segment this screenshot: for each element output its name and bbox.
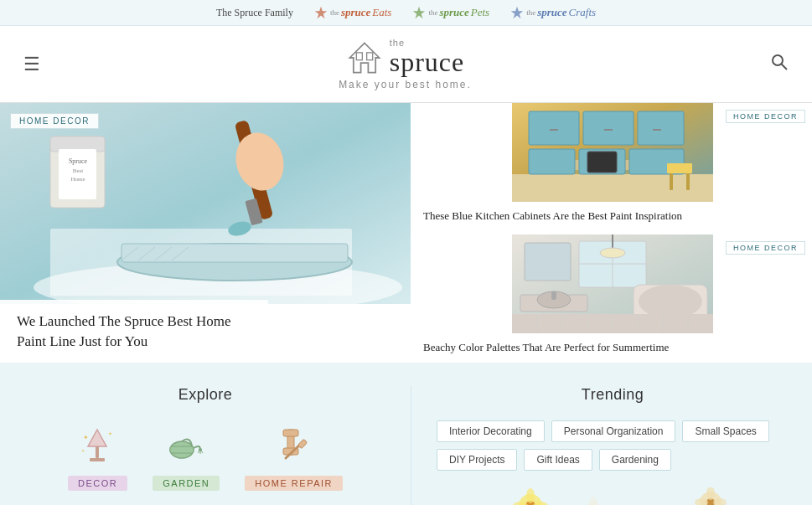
svg-marker-0 xyxy=(315,7,327,18)
svg-text:✦: ✦ xyxy=(83,434,89,441)
svg-rect-30 xyxy=(529,111,579,145)
hero-kitchen-image: HOME DECOR xyxy=(413,103,812,202)
hero-card1-caption: These Blue Kitchen Cabinets Are the Best… xyxy=(413,202,812,232)
svg-text:Best: Best xyxy=(73,167,84,174)
header: ☰ the spruce Make your best home. xyxy=(0,26,812,103)
svg-rect-37 xyxy=(529,149,575,174)
svg-marker-1 xyxy=(413,7,425,18)
tag-small-spaces[interactable]: Small Spaces xyxy=(682,420,768,442)
svg-line-73 xyxy=(198,451,199,453)
svg-text:✦: ✦ xyxy=(81,449,85,453)
decor-icon-wrap: ✦ ✦ ✦ xyxy=(69,420,127,471)
trending-section: Trending Interior Decorating Personal Or… xyxy=(411,386,789,505)
tag-personal-organization[interactable]: Personal Organization xyxy=(551,420,676,442)
homerepair-icon xyxy=(271,423,317,469)
svg-point-105 xyxy=(526,488,535,503)
spruce-pets-link[interactable]: the spruce Pets xyxy=(411,5,489,20)
svg-marker-2 xyxy=(511,7,523,18)
hero-main-caption: We Launched The Spruce Best Home Paint L… xyxy=(0,300,268,363)
hero-side-cards: HOME DECOR These Blue Kitchen Cabinets A… xyxy=(411,103,812,363)
flowers-illustration: 头条 @Myhome设计家 xyxy=(437,487,789,505)
hero-card1-title: These Blue Kitchen Cabinets Are the Best… xyxy=(423,209,682,222)
hero-section: Spruce Best Home HOME DECOR xyxy=(0,103,812,363)
site-logo: the spruce Make your best home. xyxy=(339,38,472,90)
tag-diy-projects[interactable]: DIY Projects xyxy=(437,449,517,471)
garden-label: GARDEN xyxy=(153,476,220,491)
spruce-crafts-link[interactable]: the spruce Crafts xyxy=(509,5,596,20)
svg-rect-41 xyxy=(667,163,692,173)
hero-main-badge: HOME DECOR xyxy=(10,113,99,129)
svg-text:Spruce: Spruce xyxy=(69,157,88,165)
svg-rect-43 xyxy=(686,173,690,190)
flowers-svg xyxy=(437,487,789,505)
svg-rect-42 xyxy=(670,173,673,190)
decor-label: DECOR xyxy=(68,476,127,491)
spruce-eats-icon xyxy=(313,5,328,20)
hero-main-card[interactable]: Spruce Best Home HOME DECOR xyxy=(0,103,411,363)
spruce-eats-link[interactable]: the spruce Eats xyxy=(313,5,392,20)
svg-rect-18 xyxy=(122,244,348,262)
svg-rect-80 xyxy=(297,439,307,448)
hero-main-image: Spruce Best Home HOME DECOR xyxy=(0,103,411,304)
hero-main-title: We Launched The Spruce Best Home Paint L… xyxy=(17,312,251,352)
svg-text:✦: ✦ xyxy=(108,431,112,436)
svg-rect-77 xyxy=(283,430,298,436)
svg-line-7 xyxy=(781,64,787,70)
svg-marker-3 xyxy=(349,43,379,72)
trending-title: Trending xyxy=(437,386,789,404)
search-button[interactable] xyxy=(770,53,789,75)
explore-section: Explore ✦ ✦ ✦ xyxy=(25,386,411,505)
hero-card2-caption: Beachy Color Palettes That Are Perfect f… xyxy=(413,333,812,363)
family-bar: The Spruce Family the spruce Eats the sp… xyxy=(0,0,812,26)
svg-rect-32 xyxy=(638,111,684,145)
garden-icon xyxy=(163,423,209,469)
garden-icon-wrap xyxy=(157,420,215,471)
svg-text:Home: Home xyxy=(70,176,85,183)
svg-rect-4 xyxy=(356,52,362,59)
site-tagline: Make your best home. xyxy=(339,79,472,90)
house-icon xyxy=(346,39,383,76)
svg-rect-48 xyxy=(525,243,571,281)
tag-interior-decorating[interactable]: Interior Decorating xyxy=(437,420,545,442)
homerepair-label: HOME REPAIR xyxy=(245,476,343,491)
explore-item-decor[interactable]: ✦ ✦ ✦ DECOR xyxy=(68,420,127,491)
explore-title: Explore xyxy=(25,386,385,404)
hero-card-kitchen[interactable]: HOME DECOR These Blue Kitchen Cabinets A… xyxy=(411,103,812,234)
svg-rect-13 xyxy=(59,149,96,199)
paint-scene-illustration: Spruce Best Home xyxy=(0,103,411,304)
svg-marker-64 xyxy=(88,430,106,446)
explore-item-homerepair[interactable]: HOME REPAIR xyxy=(245,420,343,491)
spruce-crafts-icon xyxy=(509,5,525,20)
svg-rect-65 xyxy=(96,446,99,458)
hero-card1-badge: HOME DECOR xyxy=(726,110,805,123)
explore-grid: ✦ ✦ ✦ DECOR xyxy=(25,420,385,505)
svg-point-53 xyxy=(639,285,702,318)
tag-gift-ideas[interactable]: Gift Ideas xyxy=(524,449,592,471)
menu-button[interactable]: ☰ xyxy=(23,54,40,75)
homerepair-icon-wrap xyxy=(265,420,323,471)
logo-text: the spruce xyxy=(390,38,465,77)
spruce-pets-icon xyxy=(411,5,427,20)
svg-point-55 xyxy=(600,248,625,258)
decor-icon: ✦ ✦ ✦ xyxy=(75,423,121,469)
trending-tags: Interior Decorating Personal Organizatio… xyxy=(437,420,789,471)
tag-gardening[interactable]: Gardening xyxy=(599,449,671,471)
svg-rect-71 xyxy=(170,446,194,453)
search-icon xyxy=(770,53,789,71)
hero-card-bathroom[interactable]: HOME DECOR Beachy Color Palettes That Ar… xyxy=(411,234,812,363)
svg-line-75 xyxy=(201,451,203,453)
explore-item-garden[interactable]: GARDEN xyxy=(153,420,220,491)
bottom-section: Explore ✦ ✦ ✦ xyxy=(0,363,812,505)
svg-rect-40 xyxy=(587,152,617,173)
svg-point-6 xyxy=(773,55,783,65)
logo-spruce: spruce xyxy=(390,48,465,77)
svg-point-113 xyxy=(589,497,597,505)
family-label: The Spruce Family xyxy=(216,7,293,19)
hero-bathroom-image: HOME DECOR xyxy=(413,234,812,333)
svg-rect-51 xyxy=(551,291,556,300)
logo-lockup: the spruce xyxy=(346,38,465,77)
explore-row-1: ✦ ✦ ✦ DECOR xyxy=(25,420,385,491)
svg-rect-31 xyxy=(583,111,634,145)
hero-card2-title: Beachy Color Palettes That Are Perfect f… xyxy=(423,341,669,353)
svg-rect-66 xyxy=(90,458,105,461)
